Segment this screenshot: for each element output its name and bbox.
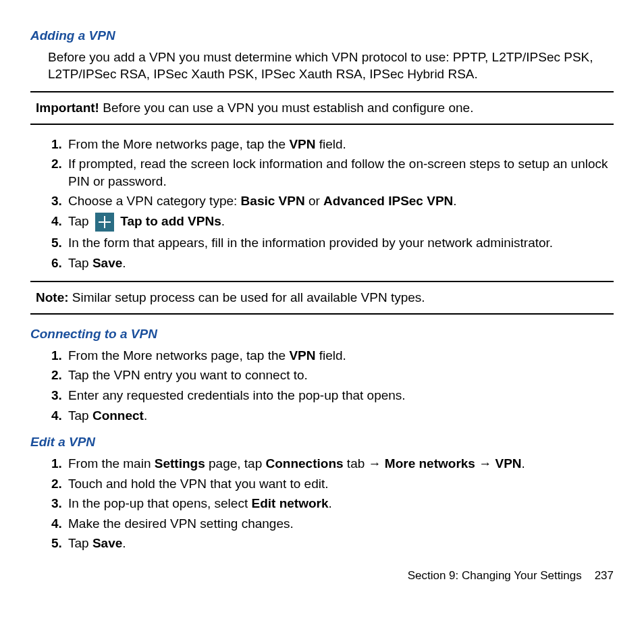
bold: VPN <box>289 348 315 363</box>
text: . <box>122 256 126 270</box>
text: From the main <box>68 456 155 471</box>
text: . <box>328 496 331 510</box>
steps-adding: From the More networks page, tap the VPN… <box>65 136 614 272</box>
step: From the main Settings page, tap Connect… <box>65 455 614 473</box>
bold: VPN <box>495 456 522 471</box>
text: . <box>453 194 456 208</box>
arrow-icon: → <box>479 456 491 471</box>
page-footer: Section 9: Changing Your Settings 237 <box>30 568 614 584</box>
important-block: Important! Before you can use a VPN you … <box>30 91 614 125</box>
step: Make the desired VPN setting changes. <box>65 515 614 533</box>
text: From the More networks page, tap the <box>68 137 289 151</box>
plus-icon <box>95 213 114 232</box>
text: or <box>305 194 323 208</box>
important-text: Before you can use a VPN you must establ… <box>99 101 474 115</box>
bold: Advanced IPSec VPN <box>323 194 453 208</box>
arrow-icon: → <box>369 456 381 471</box>
step: In the form that appears, fill in the in… <box>65 234 614 252</box>
bold: Edit network <box>251 496 328 510</box>
steps-edit: From the main Settings page, tap Connect… <box>65 455 614 552</box>
text: From the More networks page, tap the <box>68 348 289 363</box>
bold: Connections <box>266 456 344 471</box>
steps-connecting: From the More networks page, tap the VPN… <box>65 347 614 425</box>
note-label: Note: <box>36 290 69 304</box>
step: From the More networks page, tap the VPN… <box>65 136 614 153</box>
step: Tap Save. <box>65 535 614 552</box>
important-label: Important! <box>36 101 99 115</box>
text: . <box>522 456 525 471</box>
text: In the pop-up that opens, select <box>68 496 251 510</box>
footer-page: 237 <box>595 569 614 582</box>
text: page, tap <box>205 456 266 471</box>
bold: More networks <box>385 456 475 471</box>
step: In the pop-up that opens, select Edit ne… <box>65 495 614 512</box>
note-block: Note: Similar setup process can be used … <box>30 281 614 315</box>
text: Tap <box>68 536 92 550</box>
step: Tap Save. <box>65 254 614 272</box>
step: Tap the VPN entry you want to connect to… <box>65 367 614 384</box>
text: field. <box>315 348 346 363</box>
heading-adding-vpn: Adding a VPN <box>30 27 614 45</box>
text: Tap <box>68 214 92 228</box>
heading-edit: Edit a VPN <box>30 433 614 451</box>
bold: Save <box>92 536 122 550</box>
footer-section: Section 9: Changing Your Settings <box>408 569 582 582</box>
bold: Connect <box>92 408 144 423</box>
text: . <box>221 214 225 228</box>
step: From the More networks page, tap the VPN… <box>65 347 614 365</box>
step: If prompted, read the screen lock inform… <box>65 155 614 190</box>
text: tab <box>344 456 369 471</box>
text: . <box>122 536 126 550</box>
intro-text: Before you add a VPN you must determine … <box>48 49 614 83</box>
bold: Settings <box>155 456 205 471</box>
bold: VPN <box>289 137 315 151</box>
text: . <box>144 408 147 423</box>
text: Tap <box>68 256 92 270</box>
step: Tap Connect. <box>65 407 614 425</box>
note-text: Similar setup process can be used for al… <box>69 290 425 304</box>
bold: Tap to add VPNs <box>120 214 221 228</box>
heading-connecting: Connecting to a VPN <box>30 325 614 343</box>
text: Choose a VPN category type: <box>68 194 241 208</box>
step: Tap Tap to add VPNs. <box>65 213 614 232</box>
step: Enter any requested credentials into the… <box>65 387 614 404</box>
step: Touch and hold the VPN that you want to … <box>65 475 614 493</box>
text: Tap <box>68 408 92 423</box>
text: field. <box>315 137 346 151</box>
bold: Save <box>92 256 122 270</box>
step: Choose a VPN category type: Basic VPN or… <box>65 192 614 210</box>
bold: Basic VPN <box>241 194 305 208</box>
